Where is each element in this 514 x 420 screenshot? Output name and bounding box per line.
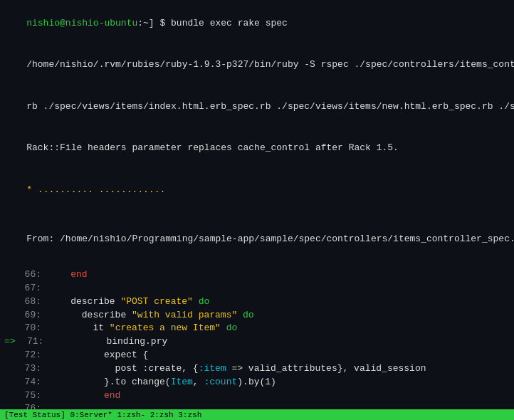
from-line-1: From: /home/nishio/Programming/sample-ap… <box>0 217 514 263</box>
code-line-68a: 68: describe "POST create" do <box>0 295 514 309</box>
code-line-76a: 76: <box>0 402 514 409</box>
code-line-70a: 70: it "creates a new Item" do <box>0 322 514 335</box>
code-line-71-arrow: => 71: binding.pry <box>0 335 514 349</box>
status-bar-text: [Test Status] 0:Server* 1:zsh- 2:zsh 3:z… <box>4 411 201 419</box>
code-line-66: 66: end <box>0 268 514 282</box>
header-line-1: nishio@nishio-ubuntu:~] $ bundle exec ra… <box>0 3 514 45</box>
terminal: nishio@nishio-ubuntu:~] $ bundle exec ra… <box>0 0 514 409</box>
header-line-4: Rack::File headers parameter replaces ca… <box>0 128 514 170</box>
code-line-69a: 69: describe "with valid params" do <box>0 309 514 322</box>
header-line-2: /home/nishio/.rvm/rubies/ruby-1.9.3-p327… <box>0 45 514 87</box>
code-line-75a: 75: end <box>0 389 514 403</box>
code-line-67a: 67: <box>0 282 514 295</box>
code-line-74a: 74: }.to change(Item, :count).by(1) <box>0 376 514 389</box>
code-line-73a: 73: post :create, {:item => valid_attrib… <box>0 362 514 376</box>
code-line-72a: 72: expect { <box>0 349 514 362</box>
prompt: nishio@nishio-ubuntu <box>26 18 137 28</box>
header-line-5: * .......... ............ <box>0 169 514 211</box>
header-line-3: rb ./spec/views/items/index.html.erb_spe… <box>0 86 514 128</box>
status-bar: [Test Status] 0:Server* 1:zsh- 2:zsh 3:z… <box>0 409 514 420</box>
